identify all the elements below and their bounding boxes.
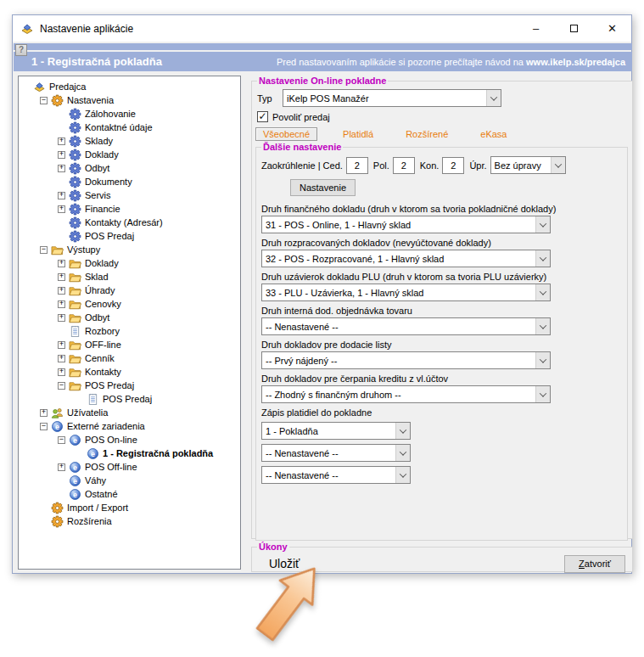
expand-toggle[interactable]: + — [58, 260, 65, 267]
tab-platidla[interactable]: Platidlá — [336, 128, 380, 140]
minimize-button[interactable]: – — [517, 15, 555, 42]
tree-item-doklady[interactable]: +Doklady — [19, 148, 240, 161]
tree-item-servis[interactable]: +Servis — [19, 188, 240, 202]
rounding-pol-input[interactable] — [393, 157, 415, 174]
tree-item-pos-predaj[interactable]: −POS Predaj — [19, 379, 240, 392]
selected-value: 31 - POS - Online, 1 - Hlavný sklad — [262, 220, 535, 230]
tree-item-uzivatelia[interactable]: +Užívatelia — [19, 406, 240, 419]
expand-toggle[interactable]: + — [58, 287, 65, 295]
tree-item-pos-off-line[interactable]: +ePOS Off-line — [19, 460, 240, 474]
dropdown-arrow-icon[interactable] — [535, 284, 550, 300]
expand-toggle[interactable]: − — [40, 423, 48, 430]
tree-item-kontakty-adresar[interactable]: Kontakty (Adresár) — [19, 216, 240, 229]
field-select-druh-uzavierok-dokladu-plu-druh-v-ktorom-sa-tvoria-plu-uzavierky[interactable]: 33 - PLU - Uzávierka, 1 - Hlavný sklad — [261, 284, 551, 301]
dropdown-arrow-icon[interactable] — [535, 386, 550, 402]
tree-item-import-export[interactable]: Import / Export — [19, 501, 240, 514]
expand-toggle[interactable]: + — [58, 273, 65, 281]
nastavenie-button[interactable]: Nastavenie — [290, 179, 356, 196]
expand-toggle[interactable]: − — [40, 97, 48, 104]
rounding-kon-input[interactable] — [442, 157, 464, 174]
dropdown-arrow-icon[interactable] — [486, 90, 501, 106]
expand-toggle[interactable]: + — [58, 368, 65, 376]
tree-item-vahy[interactable]: eVáhy — [19, 474, 240, 487]
field-select-zapis-platidiel-do-pokladne[interactable]: 1 - Pokladňa — [261, 422, 411, 440]
field-select-nenastavene[interactable]: -- Nenastavené -- — [261, 444, 411, 462]
expand-toggle[interactable]: − — [58, 436, 65, 444]
expand-toggle[interactable]: + — [58, 138, 65, 145]
expand-toggle[interactable]: + — [58, 300, 65, 308]
tree-item-sklady[interactable]: +Sklady — [19, 134, 240, 148]
gear-blue-icon — [69, 203, 81, 216]
close-dialog-button[interactable]: Zatvoriť — [564, 555, 625, 573]
typ-select[interactable]: iKelp POS Manažér — [283, 89, 501, 107]
dropdown-arrow-icon[interactable] — [535, 318, 550, 334]
tree-item-uhrady[interactable]: +Úhrady — [19, 284, 240, 297]
settings-tree: Predajca−NastaveniaZálohovanieKontaktné … — [18, 76, 241, 570]
tree-item-kontakty[interactable]: +Kontakty — [19, 365, 240, 379]
tree-item-pos-predaj[interactable]: POS Predaj — [19, 229, 240, 243]
tree-item-off-line[interactable]: +OFF-line — [19, 338, 240, 351]
tree-item-nastavenia[interactable]: −Nastavenia — [19, 93, 240, 107]
folder-icon — [51, 244, 64, 256]
expand-toggle[interactable]: + — [58, 341, 65, 349]
field-select-druh-dokladov-pre-dodacie-listy[interactable]: -- Prvý nájdený -- — [261, 351, 551, 369]
expand-toggle[interactable]: + — [58, 192, 65, 199]
dropdown-arrow-icon[interactable] — [395, 423, 410, 439]
field-select-nenastavene[interactable]: -- Nenastavené -- — [261, 466, 411, 484]
tree-item-label: POS Predaj — [85, 231, 134, 241]
field-select-druh-interna-dod-objednavka-tovaru[interactable]: -- Nenastavené -- — [261, 317, 551, 335]
tree-item-vystupy[interactable]: −Výstupy — [19, 243, 240, 256]
field-select-druh-financneho-dokladu-druh-v-ktorom-sa-tvoria-pokladnicne-doklady[interactable]: 31 - POS - Online, 1 - Hlavný sklad — [261, 216, 551, 233]
expand-toggle[interactable]: − — [40, 246, 48, 254]
tree-item-financie[interactable]: +Financie — [19, 202, 240, 216]
tab-rozsirene[interactable]: Rozšírené — [399, 128, 455, 140]
folder-icon — [69, 352, 81, 365]
close-button[interactable]: ✕ — [593, 15, 631, 42]
tree-item-rozbory[interactable]: Rozbory — [19, 324, 240, 338]
maximize-button[interactable] — [555, 15, 593, 42]
tree-item-sklad[interactable]: +Sklad — [19, 270, 240, 284]
rounding-ced-input[interactable] — [346, 157, 368, 174]
expand-toggle[interactable]: + — [58, 463, 65, 471]
dropdown-arrow-icon[interactable] — [535, 216, 550, 233]
dropdown-arrow-icon[interactable] — [395, 445, 410, 461]
tree-item-odbyt[interactable]: +Odbyt — [19, 311, 240, 324]
notice-link[interactable]: www.ikelp.sk/predajca — [526, 57, 625, 67]
expand-toggle[interactable]: + — [58, 151, 65, 159]
help-button[interactable]: ? — [15, 44, 27, 56]
tree-item-predajca[interactable]: Predajca — [19, 80, 240, 93]
selected-value: -- Zhodný s finančným druhom -- — [262, 390, 535, 400]
expand-toggle[interactable]: + — [58, 205, 65, 213]
tree-item-kontaktne-udaje[interactable]: Kontaktné údaje — [19, 121, 240, 134]
tree-item-rozsirenia[interactable]: Rozšírenia — [19, 514, 240, 528]
tree-item-externe-zariadenia[interactable]: −eExterné zariadenia — [19, 419, 240, 433]
allow-sale-checkbox[interactable]: ✓ — [257, 111, 268, 122]
dropdown-arrow-icon[interactable] — [395, 467, 410, 483]
tree-item-pos-predaj[interactable]: POS Predaj — [19, 392, 240, 406]
tree-item-doklady[interactable]: +Doklady — [19, 256, 240, 270]
expand-toggle[interactable]: + — [58, 314, 65, 322]
tree-item-ostatne[interactable]: eOstatné — [19, 487, 240, 501]
tree-item-dokumenty[interactable]: Dokumenty — [19, 175, 240, 188]
field-select-druh-dokladov-pre-cerpania-kreditu-z-vl-uctov[interactable]: -- Zhodný s finančným druhom -- — [261, 385, 551, 403]
tree-item-cenovky[interactable]: +Cenovky — [19, 297, 240, 311]
dropdown-arrow-icon[interactable] — [551, 157, 565, 173]
tree-item-label: Financie — [85, 204, 120, 214]
tree-item-zalohovanie[interactable]: Zálohovanie — [19, 107, 240, 121]
tree-item-1-registracna-pokladna[interactable]: e1 - Registračná pokladňa — [19, 446, 240, 460]
svg-text:e: e — [73, 463, 77, 471]
expand-toggle[interactable]: + — [40, 409, 48, 417]
tree-item-pos-on-line[interactable]: −ePOS On-line — [19, 433, 240, 446]
tab-ekasa[interactable]: eKasa — [473, 128, 513, 140]
rounding-upr-select[interactable]: Bez úpravy — [490, 156, 566, 174]
gear-orange-icon — [51, 94, 64, 107]
tree-item-cennik[interactable]: +Cenník — [19, 351, 240, 365]
expand-toggle[interactable]: + — [58, 165, 65, 172]
tree-item-odbyt[interactable]: +Odbyt — [19, 161, 240, 175]
tab-vseobecne[interactable]: Všeobecné — [255, 127, 317, 141]
dropdown-arrow-icon[interactable] — [535, 352, 550, 368]
expand-toggle[interactable]: + — [58, 355, 65, 362]
dropdown-arrow-icon[interactable] — [535, 250, 550, 267]
field-select-druh-rozpracovanych-dokladov-nevyuctovane-doklady[interactable]: 32 - POS - Rozpracované, 1 - Hlavný skla… — [261, 250, 551, 267]
expand-toggle[interactable]: − — [58, 382, 65, 390]
